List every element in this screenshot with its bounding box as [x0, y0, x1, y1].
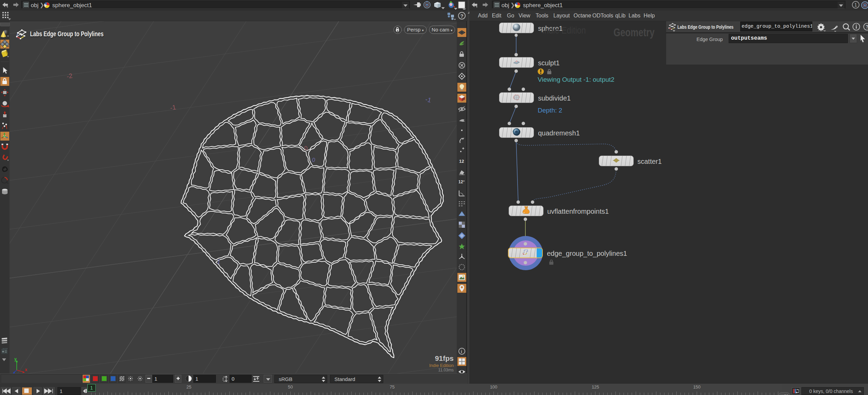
svg-text:y: y	[14, 357, 17, 361]
svg-text:25: 25	[187, 384, 191, 390]
svg-text:50: 50	[288, 384, 293, 390]
svg-text:150: 150	[693, 384, 701, 390]
svg-text:-1: -1	[170, 104, 177, 111]
svg-text:?: ?	[866, 24, 868, 29]
svg-text:75: 75	[390, 384, 395, 390]
svg-text:0: 0	[311, 156, 316, 163]
svg-text:-1: -1	[425, 96, 432, 104]
svg-text:12: 12	[458, 180, 463, 184]
svg-text:125: 125	[592, 384, 599, 390]
svg-text:12: 12	[459, 159, 464, 164]
svg-text:i: i	[461, 349, 462, 354]
svg-text:-2: -2	[66, 72, 73, 80]
svg-text:0: 0	[303, 145, 308, 152]
svg-text:100: 100	[490, 384, 497, 390]
svg-text:x: x	[25, 367, 27, 372]
